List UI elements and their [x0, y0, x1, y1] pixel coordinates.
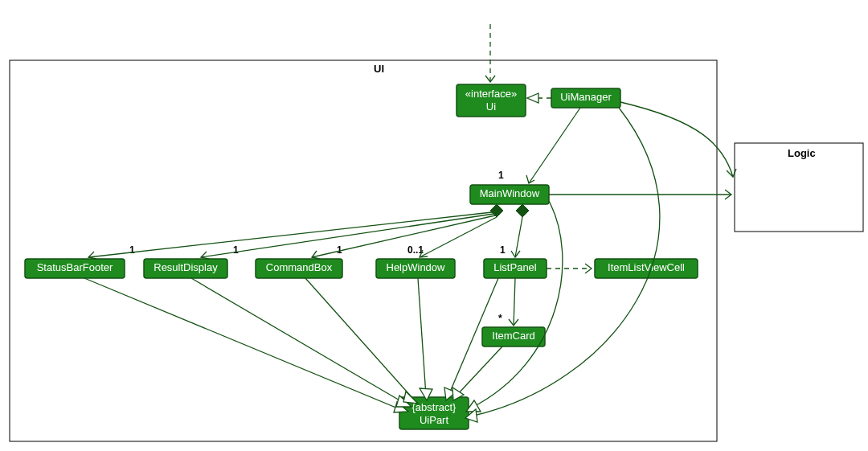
node-ui-interface: «interface» Ui	[457, 84, 526, 117]
node-mainwindow: MainWindow	[470, 185, 549, 204]
uml-class-diagram: UI Logic «interface» Ui UiManager MainWi…	[0, 0, 868, 451]
mult-resultdisplay: 1	[233, 244, 239, 256]
package-ui	[10, 60, 717, 441]
mult-itemcard: *	[498, 313, 502, 324]
svg-text:CommandBox: CommandBox	[266, 261, 333, 273]
svg-text:{abstract}: {abstract}	[412, 401, 457, 413]
svg-text:UiManager: UiManager	[560, 91, 612, 103]
svg-text:ResultDisplay: ResultDisplay	[154, 261, 218, 273]
package-logic-label: Logic	[788, 147, 816, 159]
svg-text:ItemListViewCell: ItemListViewCell	[608, 261, 685, 273]
svg-text:Ui: Ui	[486, 100, 496, 113]
node-itemlistviewcell: ItemListViewCell	[595, 259, 698, 278]
node-commandbox: CommandBox	[256, 259, 342, 278]
mult-mainwindow: 1	[498, 170, 504, 181]
node-resultdisplay: ResultDisplay	[144, 259, 227, 278]
node-statusbarfooter: StatusBarFooter	[25, 259, 125, 278]
node-listpanel: ListPanel	[484, 259, 547, 278]
svg-text:ItemCard: ItemCard	[492, 330, 534, 342]
svg-text:«interface»: «interface»	[465, 88, 517, 100]
node-uimanager: UiManager	[551, 88, 620, 108]
svg-text:MainWindow: MainWindow	[480, 187, 540, 199]
node-helpwindow: HelpWindow	[376, 259, 455, 278]
svg-text:StatusBarFooter: StatusBarFooter	[37, 261, 113, 273]
svg-text:HelpWindow: HelpWindow	[387, 261, 446, 273]
mult-statusbarfooter: 1	[129, 244, 135, 256]
mult-listpanel: 1	[500, 244, 506, 256]
svg-text:UiPart: UiPart	[420, 414, 449, 426]
svg-text:ListPanel: ListPanel	[493, 261, 537, 273]
package-ui-label: UI	[374, 63, 384, 75]
node-itemcard: ItemCard	[482, 327, 545, 346]
